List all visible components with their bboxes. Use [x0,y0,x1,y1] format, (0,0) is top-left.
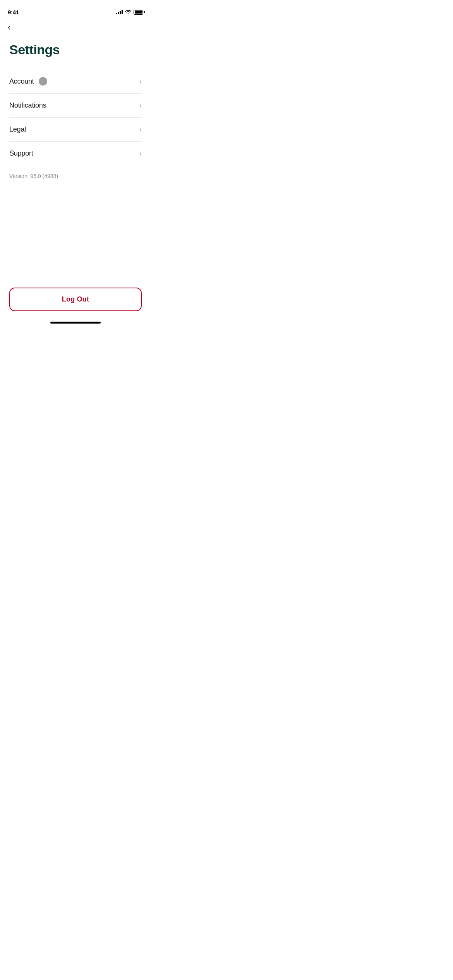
notifications-menu-item[interactable]: Notifications › [9,94,142,118]
notifications-item-left: Notifications [9,101,46,110]
notifications-label: Notifications [9,101,46,110]
support-chevron-icon: › [139,149,142,158]
status-bar: 9:41 [0,0,151,19]
account-chevron-icon: › [139,77,142,86]
legal-menu-item[interactable]: Legal › [9,118,142,142]
account-menu-item[interactable]: Account › [9,69,142,94]
account-item-left: Account [9,77,47,86]
account-notification-dot [39,77,47,86]
support-item-left: Support [9,149,33,158]
status-icons [116,10,143,15]
settings-menu: Account › Notifications › Legal › Suppor… [0,69,151,165]
battery-icon [134,10,143,15]
back-chevron-icon: ‹ [8,23,10,32]
wifi-icon [125,10,131,14]
signal-icon [116,10,123,14]
version-text: Version: 95.0 (4988) [0,165,151,187]
notifications-chevron-icon: › [139,101,142,110]
account-label: Account [9,77,34,86]
page-title: Settings [0,36,151,69]
legal-chevron-icon: › [139,125,142,134]
support-menu-item[interactable]: Support › [9,142,142,165]
legal-item-left: Legal [9,125,26,134]
home-indicator [50,322,101,324]
bottom-section: Log Out [0,288,151,327]
status-time: 9:41 [8,9,19,15]
back-button[interactable]: ‹ [0,19,151,36]
logout-button[interactable]: Log Out [9,288,142,311]
support-label: Support [9,149,33,158]
legal-label: Legal [9,125,26,134]
